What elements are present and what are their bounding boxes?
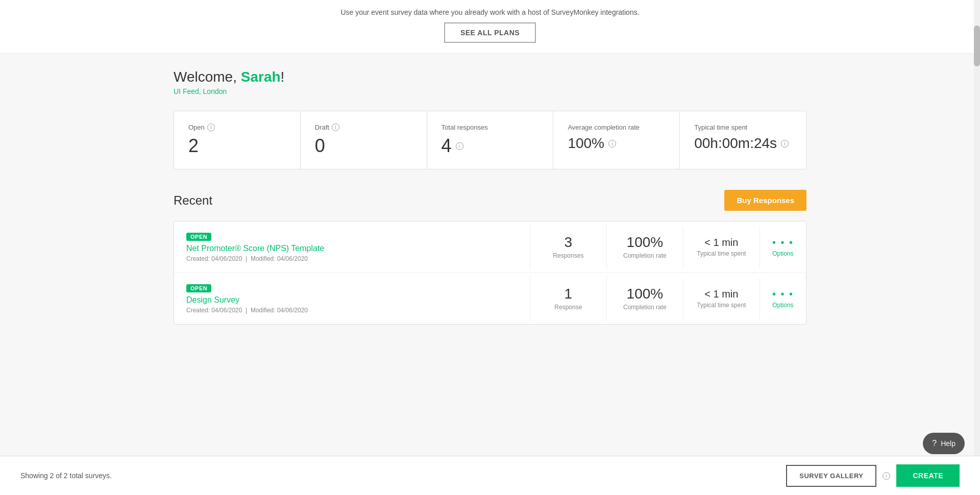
survey-info-2: OPEN Design Survey Created: 04/06/2020 |…	[174, 273, 530, 324]
survey-completion-1: 100% Completion rate	[606, 224, 683, 270]
avg-completion-value: 100%	[568, 135, 604, 152]
survey-time-1: < 1 min Typical time spent	[683, 227, 760, 268]
banner-text: Use your event survey data where you alr…	[340, 8, 639, 16]
total-responses-info-icon[interactable]: i	[456, 142, 463, 150]
survey-time-2: < 1 min Typical time spent	[683, 278, 760, 319]
options-label-2: Options	[772, 302, 793, 309]
typical-time-info-icon[interactable]: i	[781, 140, 789, 147]
welcome-section: Welcome, Sarah! UI Feed, London	[174, 69, 806, 95]
stat-avg-completion: Average completion rate 100% i	[553, 111, 680, 169]
buy-responses-button[interactable]: Buy Responses	[724, 190, 806, 211]
avg-completion-label: Average completion rate	[568, 123, 665, 131]
survey-responses-1: 3 Responses	[530, 224, 606, 270]
welcome-prefix: Welcome,	[174, 69, 241, 85]
stat-typical-time: Typical time spent 00h:00m:24s i	[680, 111, 806, 169]
see-all-plans-button[interactable]: SEE ALL PLANS	[444, 22, 536, 43]
typical-time-label: Typical time spent	[694, 123, 792, 131]
help-button[interactable]: ? Help	[923, 433, 965, 454]
gallery-info-icon[interactable]: i	[883, 472, 890, 480]
three-dots-icon-1: • • •	[772, 237, 794, 249]
survey-options-1[interactable]: • • • Options	[760, 227, 806, 268]
footer-bar: Showing 2 of 2 total surveys. SURVEY GAL…	[0, 456, 980, 495]
avg-completion-info-icon[interactable]: i	[608, 140, 616, 147]
main-content: Welcome, Sarah! UI Feed, London Open i 2…	[153, 54, 827, 386]
recent-header: Recent Buy Responses	[174, 190, 806, 211]
open-info-icon[interactable]: i	[207, 123, 215, 131]
options-label-1: Options	[772, 250, 793, 257]
welcome-title: Welcome, Sarah!	[174, 69, 806, 85]
total-responses-label: Total responses	[442, 123, 539, 131]
recent-title: Recent	[174, 193, 212, 208]
survey-item: OPEN Net Promoter® Score (NPS) Template …	[174, 221, 806, 273]
showing-text: Showing 2 of 2 total surveys.	[20, 472, 112, 480]
draft-label: Draft i	[315, 123, 412, 131]
scrollbar[interactable]	[974, 0, 980, 495]
open-badge-1: OPEN	[186, 233, 211, 241]
survey-gallery-button[interactable]: SURVEY GALLERY	[786, 465, 876, 487]
survey-name-2[interactable]: Design Survey	[186, 295, 518, 305]
welcome-name: Sarah	[241, 69, 281, 85]
survey-name-1[interactable]: Net Promoter® Score (NPS) Template	[186, 244, 518, 253]
typical-time-value: 00h:00m:24s	[694, 135, 777, 152]
create-button[interactable]: CREATE	[896, 464, 960, 487]
survey-list: OPEN Net Promoter® Score (NPS) Template …	[174, 221, 806, 325]
stat-draft: Draft i 0	[301, 111, 427, 169]
scrollbar-thumb[interactable]	[974, 26, 980, 66]
survey-item-2: OPEN Design Survey Created: 04/06/2020 |…	[174, 273, 806, 324]
survey-options-2[interactable]: • • • Options	[760, 278, 806, 319]
open-value: 2	[188, 135, 286, 157]
stat-total-responses: Total responses 4 i	[427, 111, 554, 169]
survey-meta-1: Created: 04/06/2020 | Modified: 04/06/20…	[186, 255, 518, 262]
draft-info-icon[interactable]: i	[332, 123, 339, 131]
welcome-subtitle: UI Feed, London	[174, 87, 806, 95]
three-dots-icon-2: • • •	[772, 288, 794, 300]
stat-open: Open i 2	[174, 111, 301, 169]
stats-row: Open i 2 Draft i 0 Total responses 4 i A…	[174, 111, 806, 169]
survey-info-1: OPEN Net Promoter® Score (NPS) Template …	[174, 221, 530, 273]
survey-meta-2: Created: 04/06/2020 | Modified: 04/06/20…	[186, 307, 518, 314]
help-icon: ?	[932, 439, 937, 448]
welcome-suffix: !	[281, 69, 285, 85]
top-banner: Use your event survey data where you alr…	[0, 0, 980, 54]
footer-actions: SURVEY GALLERY i CREATE	[786, 464, 960, 487]
open-label: Open i	[188, 123, 286, 131]
total-responses-value: 4	[442, 135, 452, 157]
draft-value: 0	[315, 135, 412, 157]
open-badge-2: OPEN	[186, 284, 211, 292]
survey-responses-2: 1 Response	[530, 276, 606, 321]
survey-completion-2: 100% Completion rate	[606, 276, 683, 321]
help-label: Help	[941, 439, 955, 448]
